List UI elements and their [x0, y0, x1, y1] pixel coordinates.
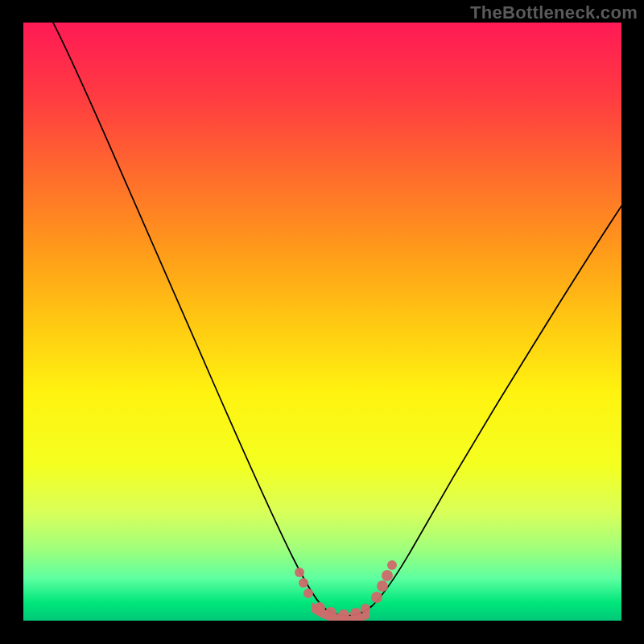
marker-dot — [382, 570, 393, 581]
watermark-text: TheBottleneck.com — [470, 2, 638, 23]
plot-area — [23, 23, 621, 621]
marker-dot — [325, 607, 336, 618]
marker-dot — [371, 592, 382, 603]
marker-dot — [299, 578, 308, 588]
marker-dot — [377, 580, 388, 592]
marker-dot — [338, 609, 349, 621]
chart-frame: TheBottleneck.com — [0, 0, 644, 644]
marker-group — [295, 560, 397, 621]
marker-dot — [387, 560, 397, 570]
marker-dot — [303, 588, 313, 598]
bottleneck-curve — [53, 23, 621, 616]
marker-dot — [314, 602, 325, 613]
chart-overlay — [23, 23, 621, 621]
marker-dot — [350, 608, 361, 619]
marker-dot — [361, 604, 370, 613]
marker-dot — [295, 568, 304, 577]
